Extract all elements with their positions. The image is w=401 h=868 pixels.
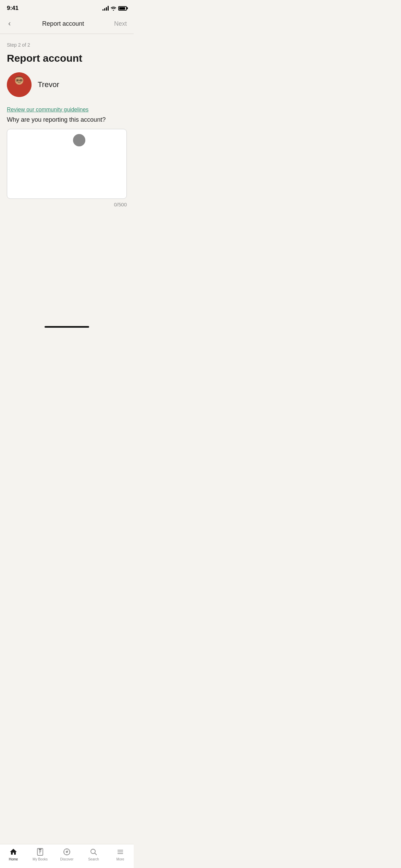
community-guidelines-link[interactable]: Review our community guidelines: [7, 107, 88, 113]
wifi-icon: [111, 6, 116, 11]
report-question: Why are you reporting this account?: [7, 116, 127, 123]
back-button[interactable]: ‹: [7, 18, 12, 29]
user-name: Trevor: [38, 80, 59, 89]
nav-bar: ‹ Report account Next: [0, 15, 134, 34]
status-time: 9:41: [7, 5, 19, 12]
home-indicator: [45, 326, 89, 328]
nav-title: Report account: [42, 20, 84, 27]
main-content: Step 2 of 2 Report account: [0, 34, 134, 221]
page-title: Report account: [7, 52, 127, 64]
battery-icon: [118, 6, 127, 11]
user-row: Trevor: [7, 72, 127, 97]
avatar: [7, 72, 32, 97]
next-button[interactable]: Next: [114, 20, 127, 27]
content-spacer: [0, 221, 134, 324]
mic-dot-icon: [73, 134, 85, 146]
step-label: Step 2 of 2: [7, 42, 127, 48]
report-textarea[interactable]: [12, 134, 122, 192]
avatar-image: [7, 72, 32, 97]
status-bar: 9:41: [0, 0, 134, 15]
char-count: 0/500: [7, 202, 127, 207]
textarea-container[interactable]: [7, 129, 127, 199]
signal-bars-icon: [102, 6, 109, 11]
status-icons: [102, 6, 127, 11]
